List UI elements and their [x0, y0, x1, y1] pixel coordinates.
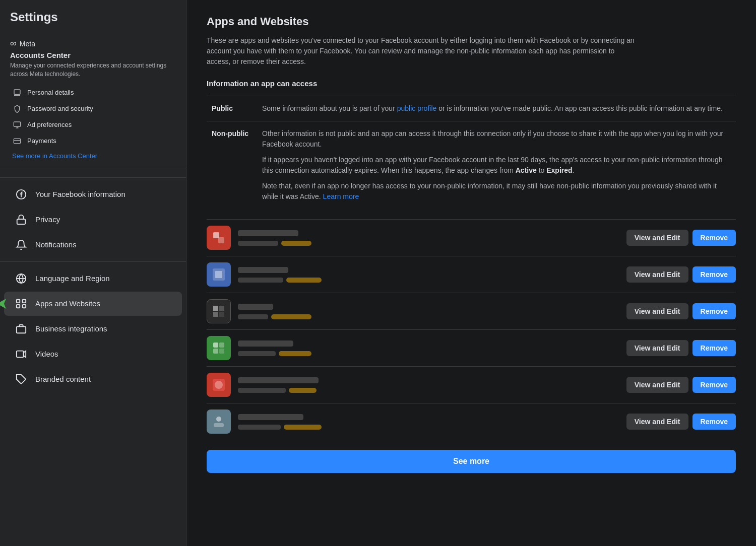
- app-icon-4: [207, 336, 231, 360]
- page-description: These are apps and websites you've conne…: [207, 35, 640, 67]
- remove-button-6[interactable]: Remove: [692, 414, 736, 430]
- app-row: View and Edit Remove: [207, 403, 736, 440]
- app-info-3: [238, 304, 619, 319]
- shield-icon: [12, 104, 22, 114]
- svg-point-35: [216, 417, 221, 422]
- sidebar-item-apps-websites[interactable]: Apps and Websites: [4, 292, 182, 316]
- info-row-nonpublic: Non-public Other information is not publ…: [207, 121, 736, 210]
- app-name-blur: [238, 377, 319, 383]
- briefcase-icon: [14, 322, 28, 336]
- learn-more-link[interactable]: Learn more: [323, 192, 359, 200]
- view-edit-button-1[interactable]: View and Edit: [626, 230, 688, 246]
- app-icon-1: [207, 226, 231, 250]
- svg-rect-13: [17, 304, 20, 307]
- app-icon-2: [207, 262, 231, 287]
- sidebar-item-notifications[interactable]: Notifications: [4, 233, 182, 257]
- remove-button-2[interactable]: Remove: [692, 266, 736, 283]
- sidebar-item-personal-details[interactable]: Personal details: [10, 85, 178, 101]
- sidebar-item-videos[interactable]: Videos: [4, 342, 182, 366]
- accounts-center-title: Accounts Center: [10, 51, 178, 59]
- app-status-blur: [289, 388, 317, 393]
- remove-button-1[interactable]: Remove: [692, 230, 736, 246]
- app-icon-5: [207, 373, 231, 397]
- sidebar: Settings ∞ Meta Accounts Center Manage y…: [0, 0, 186, 546]
- privacy-label: Privacy: [35, 215, 60, 224]
- app-detail-blur: [238, 351, 276, 356]
- view-edit-button-2[interactable]: View and Edit: [626, 266, 688, 283]
- remove-button-3[interactable]: Remove: [692, 303, 736, 319]
- tag-icon: [14, 372, 28, 386]
- view-edit-button-6[interactable]: View and Edit: [626, 414, 688, 430]
- svg-rect-21: [213, 232, 219, 238]
- sidebar-item-branded-content[interactable]: Branded content: [4, 367, 182, 391]
- app-status-blur: [271, 314, 311, 319]
- info-content-nonpublic: Other information is not public and an a…: [257, 121, 736, 210]
- facebook-info-label: Your Facebook information: [35, 190, 125, 198]
- svg-rect-27: [213, 312, 218, 317]
- sidebar-item-language-region[interactable]: Language and Region: [4, 266, 182, 291]
- remove-button-4[interactable]: Remove: [692, 340, 736, 356]
- svg-rect-12: [23, 299, 26, 302]
- app-detail-blur: [238, 314, 268, 319]
- meta-logo: ∞ Meta: [10, 38, 178, 49]
- svg-point-34: [215, 381, 223, 389]
- business-integrations-label: Business integrations: [35, 324, 107, 333]
- lock-icon: [14, 213, 28, 227]
- notifications-label: Notifications: [35, 240, 77, 249]
- app-name-blur: [238, 304, 273, 310]
- password-security-label: Password and security: [27, 105, 93, 112]
- sidebar-item-password-security[interactable]: Password and security: [10, 101, 178, 117]
- app-detail-blur: [238, 388, 286, 393]
- sidebar-item-business-integrations[interactable]: Business integrations: [4, 317, 182, 341]
- svg-rect-0: [14, 90, 20, 94]
- app-detail-blur: [238, 425, 281, 430]
- payments-label: Payments: [27, 137, 56, 145]
- app-row: View and Edit Remove: [207, 256, 736, 293]
- view-edit-button-3[interactable]: View and Edit: [626, 303, 688, 319]
- info-content-public: Some information about you is part of yo…: [257, 96, 736, 121]
- app-name-blur: [238, 414, 303, 420]
- remove-button-5[interactable]: Remove: [692, 377, 736, 393]
- app-row: View and Edit Remove: [207, 329, 736, 366]
- public-profile-link[interactable]: public profile: [397, 104, 437, 112]
- svg-marker-15: [0, 299, 6, 309]
- sidebar-item-facebook-info[interactable]: Your Facebook information: [4, 182, 182, 207]
- svg-rect-28: [219, 312, 224, 317]
- svg-rect-8: [17, 219, 26, 224]
- app-icon-6: [207, 409, 231, 434]
- sidebar-divider-2: [0, 261, 186, 262]
- app-row: View and Edit Remove: [207, 293, 736, 329]
- sidebar-item-payments[interactable]: Payments: [10, 133, 178, 149]
- app-actions-4: View and Edit Remove: [626, 340, 736, 356]
- facebook-icon: [14, 187, 28, 201]
- see-more-accounts-center-link[interactable]: See more in Accounts Center: [10, 149, 99, 163]
- sidebar-item-ad-preferences[interactable]: Ad preferences: [10, 117, 178, 133]
- sidebar-item-privacy[interactable]: Privacy: [4, 208, 182, 232]
- app-row: View and Edit Remove: [207, 366, 736, 403]
- meta-infinity-icon: ∞: [10, 38, 17, 49]
- app-list: View and Edit Remove View and Edit Remov…: [207, 219, 736, 440]
- svg-rect-5: [14, 139, 20, 143]
- view-edit-button-5[interactable]: View and Edit: [626, 377, 688, 393]
- svg-rect-30: [219, 343, 224, 348]
- apps-websites-label: Apps and Websites: [35, 299, 100, 308]
- app-name-blur: [238, 267, 288, 273]
- main-content: Apps and Websites These are apps and web…: [186, 0, 756, 546]
- accounts-center-block: ∞ Meta Accounts Center Manage your conne…: [0, 32, 186, 169]
- svg-rect-2: [14, 122, 20, 126]
- app-name-blur: [238, 230, 298, 236]
- section-heading: Information an app can access: [207, 79, 736, 88]
- video-icon: [14, 347, 28, 361]
- app-status-blur: [284, 425, 322, 430]
- person-icon: [12, 88, 22, 98]
- svg-rect-24: [215, 271, 222, 278]
- view-edit-button-4[interactable]: View and Edit: [626, 340, 688, 356]
- app-status-blur: [279, 351, 311, 356]
- svg-rect-16: [17, 326, 26, 333]
- app-detail-blur: [238, 278, 283, 283]
- svg-rect-14: [23, 304, 26, 307]
- see-more-button[interactable]: See more: [207, 450, 736, 473]
- arrow-indicator: [0, 297, 9, 311]
- app-status-blur: [286, 278, 322, 283]
- personal-details-label: Personal details: [27, 89, 74, 96]
